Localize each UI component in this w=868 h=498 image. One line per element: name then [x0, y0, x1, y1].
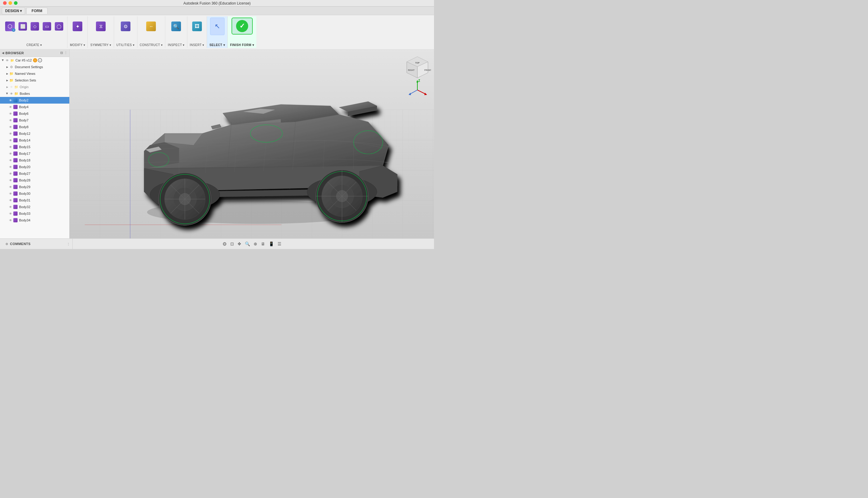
expand-arrow-settings[interactable]: ▶: [5, 65, 9, 69]
folder-icon-selection-sets: 📁: [9, 78, 14, 83]
eye-icon-body34[interactable]: 👁: [9, 219, 12, 222]
finish-form-button[interactable]: ✓: [232, 17, 253, 35]
eye-icon-body12[interactable]: 👁: [9, 132, 12, 135]
tree-item-bodies[interactable]: ▶ 👁 📁 Bodies: [0, 90, 69, 97]
construct-icon[interactable]: ↔: [145, 17, 158, 35]
zoom-icon[interactable]: 🔍: [245, 241, 250, 246]
tree-item-body14[interactable]: 👁 Body14: [0, 137, 69, 144]
browser-expand-icon[interactable]: ⋮: [64, 51, 67, 55]
maximize-button[interactable]: [14, 1, 17, 5]
tree-item-body8[interactable]: 👁 Body8: [0, 123, 69, 130]
sphere-icon[interactable]: ◯: [53, 17, 65, 35]
tree-item-root[interactable]: ▶ 👁 📁 Car #5 v12 ! ●: [0, 57, 69, 64]
eye-icon-body14[interactable]: 👁: [9, 139, 12, 142]
inspect-icon[interactable]: 🔍: [170, 17, 182, 35]
tree-item-body15[interactable]: 👁 Body15: [0, 144, 69, 150]
eye-icon-bodies[interactable]: 👁: [9, 91, 14, 96]
window-controls[interactable]: [3, 1, 17, 5]
tree-item-body33[interactable]: 👁 Body33: [0, 210, 69, 217]
eye-icon-root[interactable]: 👁: [5, 58, 10, 63]
tree-item-body17[interactable]: 👁 Body17: [0, 150, 69, 157]
select-label[interactable]: SELECT ▾: [209, 43, 225, 47]
eye-icon-body31[interactable]: 👁: [9, 199, 12, 202]
tree-item-body32[interactable]: 👁 Body32: [0, 204, 69, 210]
tree-item-body6[interactable]: 👁 Body6: [0, 110, 69, 117]
tree-item-body7[interactable]: 👁 Body7: [0, 117, 69, 123]
tree-item-body27[interactable]: 👁 Body27: [0, 170, 69, 177]
comments-expand-icon[interactable]: ⋮: [67, 243, 70, 246]
grid-options-icon[interactable]: ☰: [277, 241, 282, 246]
body4-label: Body4: [19, 105, 28, 109]
create-label[interactable]: CREATE ▾: [26, 43, 42, 47]
eye-icon-origin[interactable]: 👁: [9, 84, 14, 89]
viewport[interactable]: FRONT RIGHT TOP Z: [70, 49, 434, 238]
orbit-settings-icon[interactable]: ⚙: [222, 241, 227, 247]
eye-icon-body18[interactable]: 👁: [9, 159, 12, 162]
construct-label[interactable]: CONSTRUCT ▾: [140, 43, 163, 47]
tree-item-body28[interactable]: 👁 Body28: [0, 177, 69, 184]
tree-item-selection-sets[interactable]: ▶ 📁 Selection Sets: [0, 77, 69, 83]
tree-item-body30[interactable]: 👁 Body30: [0, 190, 69, 197]
create-form-icon[interactable]: ⬡ +: [4, 17, 16, 35]
insert-icon[interactable]: 🖼: [191, 17, 203, 35]
utilities-label[interactable]: UTILITIES ▾: [117, 43, 135, 47]
browser-settings-icon[interactable]: ⊟: [60, 51, 63, 55]
construct-section: ↔ CONSTRUCT ▾: [137, 16, 165, 48]
browser-panel: ◀ BROWSER ⊟ ⋮ ▶ 👁 📁 Car #5 v12 ! ● ▶ ⚙ D…: [0, 49, 70, 238]
tree-item-body18[interactable]: 👁 Body18: [0, 157, 69, 163]
box-icon[interactable]: ⬜: [17, 17, 28, 35]
inspect-label[interactable]: INSPECT ▾: [168, 43, 184, 47]
finish-form-label[interactable]: FINISH FORM ▾: [230, 43, 254, 47]
eye-icon-body17[interactable]: 👁: [9, 152, 12, 155]
eye-icon-body8[interactable]: 👁: [9, 126, 12, 129]
modify-label[interactable]: MODIFY ▾: [70, 43, 85, 47]
tree-item-body31[interactable]: 👁 Body31: [0, 197, 69, 204]
display-mode-icon[interactable]: 🖥: [261, 241, 265, 246]
tree-item-body29[interactable]: 👁 Body29: [0, 184, 69, 190]
select-icon[interactable]: ↖: [210, 17, 225, 35]
expand-arrow-root[interactable]: ▶: [1, 58, 5, 62]
visual-style-icon[interactable]: 📱: [269, 241, 274, 246]
eye-icon-body15[interactable]: 👁: [9, 145, 12, 149]
form-tab[interactable]: FORM: [26, 8, 47, 14]
eye-icon-body30[interactable]: 👁: [9, 192, 12, 195]
browser-collapse-icon[interactable]: ◀: [2, 51, 4, 54]
close-button[interactable]: [3, 1, 6, 5]
symmetry-label[interactable]: SYMMETRY ▾: [90, 43, 111, 47]
tree-item-body20[interactable]: 👁 Body20: [0, 163, 69, 170]
tree-item-named-views[interactable]: ▶ 📁 Named Views: [0, 70, 69, 77]
expand-arrow-named-views[interactable]: ▶: [5, 72, 9, 76]
insert-label[interactable]: INSERT ▾: [190, 43, 204, 47]
pan-icon[interactable]: ⊡: [230, 241, 234, 246]
symmetry-icon[interactable]: ⧖: [94, 17, 107, 35]
eye-icon-body6[interactable]: 👁: [9, 112, 12, 115]
eye-icon-body2[interactable]: 👁: [9, 99, 12, 102]
move-icon[interactable]: ✥: [238, 241, 241, 246]
eye-icon-body7[interactable]: 👁: [9, 119, 12, 122]
eye-icon-body4[interactable]: 👁: [9, 105, 12, 109]
tree-item-origin[interactable]: ▶ 👁 📁 Origin: [0, 83, 69, 90]
tree-item-body34[interactable]: 👁 Body34: [0, 217, 69, 224]
minimize-button[interactable]: [9, 1, 12, 5]
tree-item-body12[interactable]: 👁 Body12: [0, 130, 69, 137]
modify-icon[interactable]: ✦: [71, 17, 84, 35]
expand-arrow-origin[interactable]: ▶: [5, 85, 9, 89]
expand-arrow-bodies[interactable]: ▶: [5, 92, 9, 95]
plane-icon[interactable]: ◇: [29, 17, 41, 35]
eye-icon-body20[interactable]: 👁: [9, 166, 12, 169]
tree-item-body4[interactable]: 👁 Body4: [0, 104, 69, 110]
nav-cube[interactable]: FRONT RIGHT TOP: [404, 55, 431, 82]
tree-item-doc-settings[interactable]: ▶ ⚙ Document Settings: [0, 64, 69, 70]
expand-arrow-selection-sets[interactable]: ▶: [5, 78, 9, 82]
cylinder-icon[interactable]: ▭: [41, 17, 53, 35]
design-button[interactable]: DESIGN ▾: [2, 7, 25, 15]
comments-settings-icon[interactable]: ⚙: [5, 243, 8, 246]
tree-item-body2[interactable]: 👁 Body2: [0, 97, 69, 104]
eye-icon-body28[interactable]: 👁: [9, 179, 12, 182]
eye-icon-body29[interactable]: 👁: [9, 185, 12, 189]
eye-icon-body32[interactable]: 👁: [9, 205, 12, 209]
eye-icon-body33[interactable]: 👁: [9, 212, 12, 215]
utilities-icon[interactable]: ⚙: [119, 17, 132, 35]
eye-icon-body27[interactable]: 👁: [9, 172, 12, 175]
zoom-fit-icon[interactable]: ⊕: [254, 241, 257, 246]
